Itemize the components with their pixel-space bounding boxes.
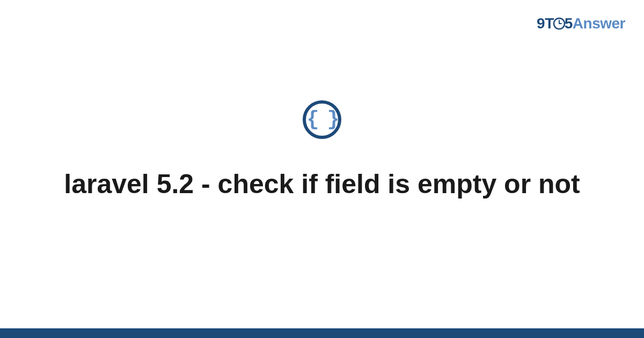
footer-bar [0,328,644,338]
page-title: laravel 5.2 - check if field is empty or… [64,167,580,201]
code-braces-icon: { } [307,109,337,130]
main-content: { } laravel 5.2 - check if field is empt… [0,0,644,338]
topic-icon-container: { } [303,100,341,139]
